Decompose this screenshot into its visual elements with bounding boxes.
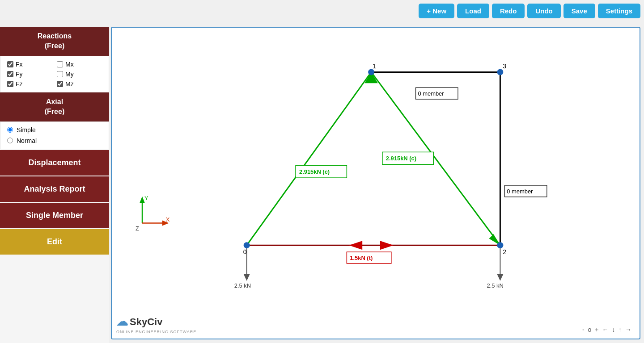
load-label-2: 2.5 kN	[487, 282, 504, 289]
single-member-button[interactable]: Single Member	[0, 203, 109, 228]
my-checkbox-label[interactable]: My	[57, 71, 102, 78]
fy-checkbox-label[interactable]: Fy	[7, 71, 52, 78]
member-label-top: 0 member	[418, 90, 444, 97]
mz-checkbox[interactable]	[57, 81, 63, 87]
node-2-dot	[497, 242, 503, 248]
axial-radio-group: Simple Normal	[0, 121, 109, 149]
reaction-arrowhead-2	[497, 274, 503, 281]
undo-button[interactable]: Undo	[527, 4, 560, 18]
fx-checkbox-label[interactable]: Fx	[7, 61, 52, 68]
reaction-arrowhead-0	[244, 274, 250, 281]
structure-svg[interactable]: 0 1 2 3 0 member 0 member 2.915kN (c) 2.…	[112, 28, 640, 339]
load-button[interactable]: Load	[457, 4, 489, 18]
node-label-0: 0	[243, 248, 247, 255]
z-axis-label: Z	[136, 225, 139, 232]
node-label-3: 3	[503, 63, 506, 70]
y-axis-label: Y	[144, 195, 148, 201]
fz-checkbox[interactable]	[7, 81, 13, 87]
reactions-checkboxes: Fx Mx Fy My Fz Mz	[0, 56, 109, 92]
node-label-1: 1	[373, 63, 376, 70]
skyciv-tagline: ONLINE ENGINEERING SOFTWARE	[116, 330, 196, 334]
sidebar: Reactions (Free) Fx Mx Fy My Fz Mz Axial…	[0, 27, 109, 343]
arrow-left-bottom	[349, 241, 362, 250]
mx-checkbox-label[interactable]: Mx	[57, 61, 102, 68]
member-0-1	[247, 72, 371, 245]
skyciv-logo: ☁ SkyCiv ONLINE ENGINEERING SOFTWARE	[116, 315, 196, 334]
fz-checkbox-label[interactable]: Fz	[7, 80, 52, 88]
x-axis-label: X	[166, 217, 170, 223]
fx-checkbox[interactable]	[7, 61, 13, 67]
normal-radio-label[interactable]: Normal	[7, 137, 102, 144]
simple-radio[interactable]	[7, 127, 13, 133]
mz-checkbox-label[interactable]: Mz	[57, 80, 102, 88]
node-0-dot	[244, 242, 250, 248]
redo-button[interactable]: Redo	[492, 4, 525, 18]
force-label-bottom: 1.5kN (t)	[350, 255, 373, 261]
settings-button[interactable]: Settings	[598, 4, 640, 18]
node-1-dot	[368, 69, 374, 75]
zoom-controls[interactable]: - o + ← ↓ ↑ →	[582, 326, 632, 333]
member-label-right: 0 member	[507, 188, 533, 195]
save-button[interactable]: Save	[564, 4, 595, 18]
canvas-area[interactable]: 0 1 2 3 0 member 0 member 2.915kN (c) 2.…	[111, 27, 640, 339]
analysis-report-button[interactable]: Analysis Report	[0, 176, 109, 202]
node-3-dot	[497, 69, 503, 75]
skyciv-brand-text: ☁ SkyCiv	[116, 315, 162, 329]
simple-radio-label[interactable]: Simple	[7, 126, 102, 134]
edit-button[interactable]: Edit	[0, 229, 109, 255]
node-label-2: 2	[503, 248, 506, 255]
arrow-right-bottom	[380, 241, 394, 250]
reactions-header: Reactions (Free)	[0, 27, 109, 56]
axial-header: Axial (Free)	[0, 92, 109, 121]
displacement-button[interactable]: Displacement	[0, 150, 109, 176]
force-label-left: 2.915kN (c)	[299, 168, 330, 175]
force-label-right: 2.915kN (c)	[386, 155, 416, 162]
toolbar: + New Load Redo Undo Save Settings	[419, 4, 640, 18]
my-checkbox[interactable]	[57, 71, 63, 77]
mx-checkbox[interactable]	[57, 61, 63, 67]
load-label-0: 2.5 kN	[234, 282, 251, 289]
fy-checkbox[interactable]	[7, 71, 13, 77]
new-button[interactable]: + New	[419, 4, 454, 18]
skyciv-cloud-icon: ☁	[116, 315, 128, 329]
normal-radio[interactable]	[7, 138, 13, 143]
